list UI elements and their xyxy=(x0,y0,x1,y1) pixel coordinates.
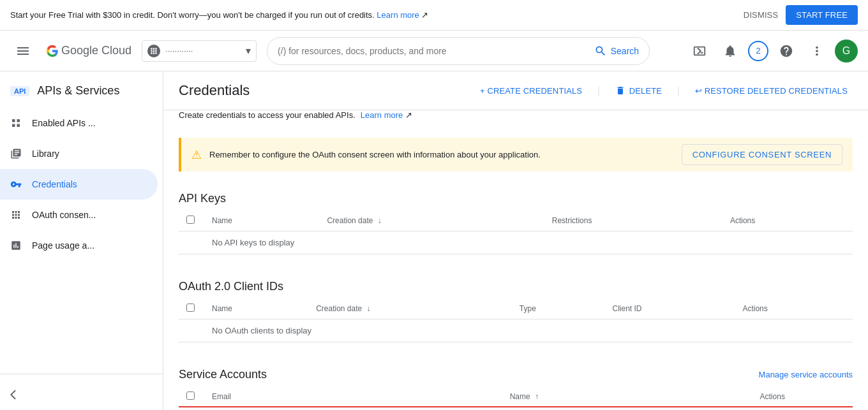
sidebar-title: APIs & Services xyxy=(37,84,119,98)
action-separator-1: | xyxy=(597,85,600,96)
api-keys-header-row: Name Creation date ↓ Restrictions Action… xyxy=(179,210,853,231)
notification-badge[interactable]: 2 xyxy=(748,41,768,61)
api-keys-empty-row: No API keys to display xyxy=(179,231,853,254)
oauth-type-col: Type xyxy=(512,298,605,319)
grid-small-icon xyxy=(10,117,22,129)
api-keys-restrictions-col: Restrictions xyxy=(544,210,722,231)
sidebar-header: API APIs & Services xyxy=(0,77,163,108)
api-keys-actions-col: Actions xyxy=(722,210,853,231)
oauth-name-col: Name xyxy=(204,298,308,319)
apps-icon xyxy=(10,209,22,221)
oauth-client-id-col: Client ID xyxy=(604,298,735,319)
sidebar-item-library[interactable]: Library xyxy=(0,138,158,169)
service-accounts-table-container: Email Name ↑ Actions xyxy=(179,386,853,410)
sa-actions-col: Actions xyxy=(752,386,853,407)
service-account-row: sitese··········ceaccount.com SiteSEO In… xyxy=(179,407,853,411)
avatar[interactable]: G xyxy=(835,40,858,62)
sa-email-cell: sitese··········ceaccount.com xyxy=(204,407,502,411)
oauth-table: Name Creation date ↓ Type Client ID Acti… xyxy=(179,298,853,342)
google-logo-icon xyxy=(46,45,59,57)
api-keys-creation-date-col[interactable]: Creation date ↓ xyxy=(319,210,544,231)
delete-icon xyxy=(615,85,625,96)
service-accounts-table: Email Name ↑ Actions xyxy=(179,386,853,410)
oauth-select-all-col xyxy=(179,298,204,319)
oauth-empty-message: No OAuth clients to display xyxy=(204,319,853,342)
sidebar-item-label-credentials: Credentials xyxy=(32,179,77,189)
sa-row-checkbox-cell xyxy=(179,407,204,411)
delete-button[interactable]: DELETE xyxy=(610,82,667,99)
oauth-select-all-checkbox[interactable] xyxy=(186,304,195,312)
warning-icon: ⚠ xyxy=(191,148,202,162)
banner-text: Start your Free Trial with $300 in credi… xyxy=(10,10,744,20)
sort-down-icon: ↓ xyxy=(378,216,382,225)
oauth-empty-row: No OAuth clients to display xyxy=(179,319,853,342)
service-accounts-header-row: Service Accounts Manage service accounts xyxy=(163,358,868,386)
sort-down-icon-2: ↓ xyxy=(367,304,371,313)
sa-name-cell: SiteSEO Instant Indexing xyxy=(502,407,752,411)
sort-up-icon: ↑ xyxy=(535,392,539,401)
top-banner: Start your Free Trial with $300 in credi… xyxy=(0,0,868,31)
collapse-sidebar-button[interactable] xyxy=(0,379,163,410)
search-button[interactable]: Search xyxy=(594,45,639,57)
terminal-icon xyxy=(692,44,707,58)
project-dot-icon xyxy=(147,45,160,57)
learn-more-link[interactable]: Learn more xyxy=(361,110,403,120)
more-vert-icon xyxy=(810,44,824,58)
configure-consent-screen-button[interactable]: CONFIGURE CONSENT SCREEN xyxy=(682,144,842,165)
sidebar-item-label-oauth: OAuth consen... xyxy=(32,210,96,220)
sidebar-item-label-enabled-apis: Enabled APIs ... xyxy=(32,118,96,128)
dismiss-button[interactable]: DISMISS xyxy=(744,10,778,20)
sidebar: API APIs & Services Enabled APIs ... Lib… xyxy=(0,71,163,410)
sidebar-item-label-page-usage: Page usage a... xyxy=(32,240,94,251)
sa-actions-cell xyxy=(752,407,853,411)
api-keys-select-all-col xyxy=(179,210,204,231)
collapse-icon xyxy=(10,389,22,400)
oauth-table-container: Name Creation date ↓ Type Client ID Acti… xyxy=(179,298,853,342)
sa-select-all-checkbox[interactable] xyxy=(186,392,195,400)
project-name: ············ xyxy=(165,46,241,55)
oauth-header-row: Name Creation date ↓ Type Client ID Acti… xyxy=(179,298,853,319)
start-free-button[interactable]: START FREE xyxy=(786,5,858,25)
search-icon xyxy=(594,45,607,57)
restore-credentials-button[interactable]: ↩ RESTORE DELETED CREDENTIALS xyxy=(690,82,853,99)
info-banner: ⚠ Remember to configure the OAuth consen… xyxy=(179,138,853,172)
sa-email-col: Email xyxy=(204,386,502,407)
sidebar-item-oauth[interactable]: OAuth consen... xyxy=(0,200,158,230)
chevron-down-icon: ▾ xyxy=(246,45,251,57)
header: Google Cloud ············ ▾ Search xyxy=(0,31,868,71)
menu-button[interactable] xyxy=(10,38,36,64)
sa-select-all-col xyxy=(179,386,204,407)
page-title: Credentials xyxy=(179,82,250,99)
notifications-icon xyxy=(723,44,737,58)
service-accounts-section: Service Accounts Manage service accounts… xyxy=(163,358,868,410)
api-keys-section: API Keys Name Creation date ↓ Restrictio… xyxy=(163,182,868,270)
more-options-button[interactable] xyxy=(804,38,830,64)
header-icons: 2 G xyxy=(687,38,858,64)
banner-learn-more-link[interactable]: Learn more xyxy=(377,10,419,20)
sidebar-item-enabled-apis[interactable]: Enabled APIs ... xyxy=(0,108,158,138)
main-content: Credentials + CREATE CREDENTIALS | DELET… xyxy=(163,71,868,410)
api-keys-name-col: Name xyxy=(204,210,319,231)
sidebar-item-credentials[interactable]: Credentials xyxy=(0,169,158,200)
service-accounts-header-row: Email Name ↑ Actions xyxy=(179,386,853,407)
hamburger-icon xyxy=(15,43,31,59)
create-info-bar: Create credentials to access your enable… xyxy=(163,110,868,128)
search-input[interactable] xyxy=(278,46,589,56)
help-icon xyxy=(779,44,793,58)
service-accounts-table-wrapper: Email Name ↑ Actions xyxy=(163,386,868,410)
notifications-button[interactable] xyxy=(717,38,743,64)
help-button[interactable] xyxy=(774,38,799,64)
project-selector[interactable]: ············ ▾ xyxy=(142,40,257,62)
create-credentials-button[interactable]: + CREATE CREDENTIALS xyxy=(475,82,587,99)
sidebar-item-page-usage[interactable]: Page usage a... xyxy=(0,230,158,261)
oauth-creation-date-col[interactable]: Creation date ↓ xyxy=(308,298,512,319)
sa-name-col[interactable]: Name ↑ xyxy=(502,386,752,407)
api-keys-empty-message: No API keys to display xyxy=(204,231,853,254)
cloud-shell-button[interactable] xyxy=(687,38,712,64)
manage-service-accounts-link[interactable]: Manage service accounts xyxy=(759,370,853,379)
analytics-icon xyxy=(10,240,22,251)
info-banner-text: ⚠ Remember to configure the OAuth consen… xyxy=(191,148,541,162)
api-keys-select-all-checkbox[interactable] xyxy=(186,216,195,224)
grid-icon xyxy=(149,47,158,55)
api-keys-table: Name Creation date ↓ Restrictions Action… xyxy=(179,210,853,254)
